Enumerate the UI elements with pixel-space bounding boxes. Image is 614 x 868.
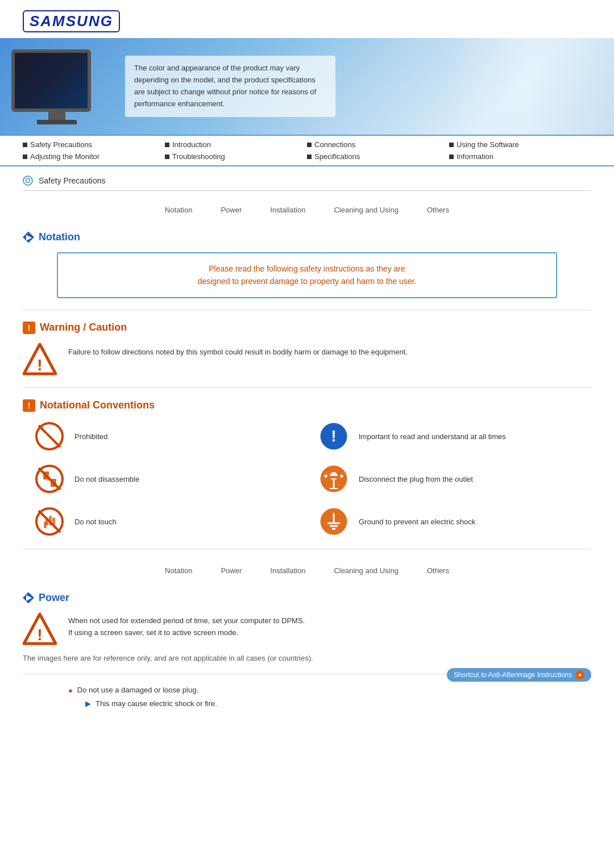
convention-prohibited: Prohibited <box>34 421 296 452</box>
convention-important: ! Important to read and understand at al… <box>318 421 580 452</box>
nav-bullet <box>307 155 312 159</box>
disassemble-label: Do not disassemble <box>74 475 139 483</box>
sub-nav-notation[interactable]: Notation <box>165 206 192 214</box>
monitor-base <box>37 120 77 124</box>
sub-nav2-power[interactable]: Power <box>221 566 242 575</box>
power-section: ! When not used for extended period of t… <box>23 612 591 662</box>
breadcrumb-icon: O <box>23 176 33 186</box>
bullet-text-1: Do not use a damaged or loose plug. <box>77 686 198 694</box>
touch-label: Do not touch <box>74 518 117 526</box>
sub-nav2-cleaning[interactable]: Cleaning and Using <box>334 566 398 575</box>
svg-rect-25 <box>44 521 47 528</box>
prohibited-label: Prohibited <box>74 432 108 441</box>
hero-decoration <box>443 38 614 135</box>
warning-icon-badge: ! <box>23 322 35 334</box>
warning-heading-text: Warning / Caution <box>40 322 127 333</box>
sub-nav-others[interactable]: Others <box>427 206 449 214</box>
conventions-heading-text: Notational Conventions <box>40 399 155 411</box>
bullet-item-1: ● Do not use a damaged or loose plug. <box>68 686 591 695</box>
divider-3 <box>23 549 591 549</box>
monitor-stand <box>48 112 65 120</box>
nav-item-information[interactable]: Information <box>449 152 591 161</box>
nav-bullet <box>23 143 27 147</box>
sub-bullet-text-1: This may cause electric shock or fire. <box>96 699 217 708</box>
info-box-line2: designed to prevent damage to property a… <box>198 277 416 286</box>
svg-rect-8 <box>43 471 49 479</box>
svg-rect-13 <box>330 476 338 478</box>
convention-disassemble: Do not disassemble <box>34 464 296 495</box>
brand-name: SAMSUNG <box>23 10 120 32</box>
nav-bullet <box>307 143 312 147</box>
notation-heading-text: Notation <box>39 231 80 243</box>
shortcut-btn-icon: ● <box>575 670 584 679</box>
sub-navigation-2: Notation Power Installation Cleaning and… <box>23 561 591 581</box>
nav-item-software[interactable]: Using the Software <box>449 140 591 149</box>
sub-nav-installation[interactable]: Installation <box>270 206 305 214</box>
sub-bullet-item-1: ▶ This may cause electric shock or fire. <box>85 699 591 708</box>
sub-navigation-1: Notation Power Installation Cleaning and… <box>23 200 591 220</box>
monitor-body <box>11 49 91 112</box>
nav-item-adjusting[interactable]: Adjusting the Monitor <box>23 152 165 161</box>
monitor-screen <box>15 53 88 108</box>
breadcrumb-text: Safety Precautions <box>39 176 106 185</box>
breadcrumb: O Safety Precautions <box>23 176 591 191</box>
divider-2 <box>23 387 591 388</box>
reference-text: The images here are for reference only, … <box>23 654 591 662</box>
nav-item-troubleshooting[interactable]: Troubleshooting <box>165 152 307 161</box>
sub-nav2-others[interactable]: Others <box>427 566 449 575</box>
conventions-grid: Prohibited ! Important to read and under… <box>23 421 591 537</box>
svg-text:!: ! <box>331 427 336 445</box>
ground-icon <box>318 506 350 537</box>
svg-rect-24 <box>52 518 55 525</box>
power-warning-triangle-icon: ! <box>23 612 57 646</box>
sub-nav-power[interactable]: Power <box>221 206 242 214</box>
touch-icon <box>34 506 65 537</box>
power-body-text: When not used for extended period of tim… <box>68 612 305 639</box>
nav-item-introduction[interactable]: Introduction <box>165 140 307 149</box>
shortcut-btn-label: Shortcut to Anti-Afterimage Instructions <box>454 671 572 679</box>
nav-item-safety[interactable]: Safety Precautions <box>23 140 165 149</box>
warning-row: ! Failure to follow directions noted by … <box>23 342 591 376</box>
shortcut-button[interactable]: Shortcut to Anti-Afterimage Instructions… <box>447 668 591 682</box>
nav-item-specifications[interactable]: Specifications <box>307 152 449 161</box>
disassemble-icon <box>34 464 65 495</box>
nav-bullet <box>449 143 454 147</box>
conventions-heading: ! Notational Conventions <box>23 399 591 412</box>
nav-bullet <box>23 155 27 159</box>
nav-bullet <box>165 155 169 159</box>
disconnect-icon <box>318 464 350 495</box>
sub-nav2-notation[interactable]: Notation <box>165 566 192 575</box>
page-header: SAMSUNG <box>0 0 614 32</box>
hero-text: The color and appearance of the product … <box>125 56 335 116</box>
power-heading-icon: ▶ <box>23 592 34 603</box>
nav-bullet <box>165 143 169 147</box>
sub-nav2-installation[interactable]: Installation <box>270 566 305 575</box>
power-row: ! When not used for extended period of t… <box>23 612 591 646</box>
divider-1 <box>23 310 591 310</box>
warning-triangle-icon: ! <box>23 342 57 376</box>
power-heading: ▶ Power <box>23 592 591 604</box>
sub-bullet-arrow-1: ▶ <box>85 699 91 708</box>
bullet-icon-1: ● <box>68 686 73 695</box>
svg-text:!: ! <box>37 626 42 644</box>
svg-line-3 <box>39 425 60 447</box>
bullet-list: ● Do not use a damaged or loose plug. ▶ … <box>68 686 591 708</box>
important-label: Important to read and understand at all … <box>359 432 506 441</box>
nav-item-connections[interactable]: Connections <box>307 140 449 149</box>
ground-label: Ground to prevent an electric shock <box>359 518 475 526</box>
sub-nav-cleaning[interactable]: Cleaning and Using <box>334 206 398 214</box>
info-box: Please read the following safety instruc… <box>57 252 557 298</box>
conventions-icon-badge: ! <box>23 399 35 412</box>
warning-section: ! Warning / Caution ! Failure to follow … <box>23 322 591 376</box>
prohibited-icon <box>34 421 65 452</box>
disconnect-label: Disconnect the plug from the outlet <box>359 475 473 483</box>
power-heading-text: Power <box>39 592 69 604</box>
divider-4 <box>23 674 447 674</box>
svg-rect-9 <box>51 479 56 487</box>
info-box-line1: Please read the following safety instruc… <box>209 264 405 273</box>
samsung-logo: SAMSUNG <box>23 10 591 32</box>
main-content: O Safety Precautions Notation Power Inst… <box>0 166 614 723</box>
monitor-illustration <box>11 49 102 123</box>
nav-bullet <box>449 155 454 159</box>
notation-heading-icon: ▶ <box>23 232 34 243</box>
